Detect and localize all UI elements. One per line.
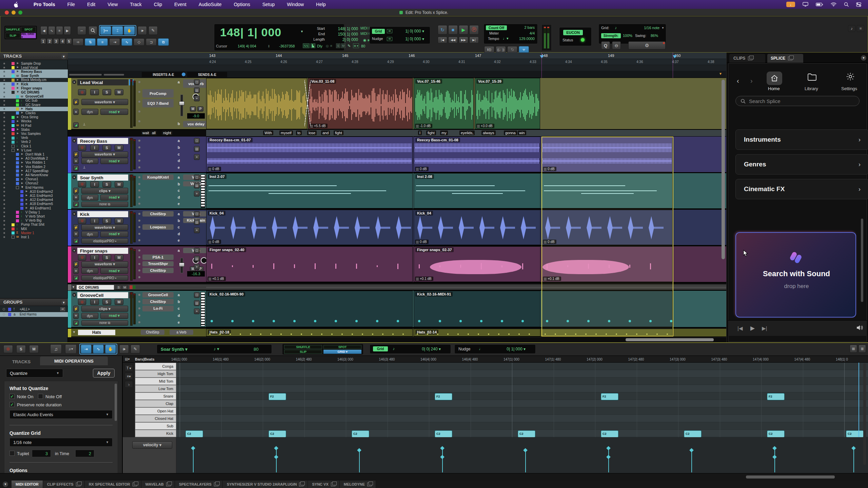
track-visibility-dot[interactable] (3, 166, 5, 168)
splice-settings-button[interactable] (846, 72, 855, 82)
bottom-tab-rx-spectral-editor[interactable]: RX SPECTRAL EDITOR (85, 481, 141, 488)
track-visibility-dot[interactable] (3, 83, 5, 85)
track-list-item[interactable]: ►Hats (0, 107, 68, 111)
insert-pill[interactable]: ProComp (142, 89, 174, 98)
insert-slot-dot[interactable] (138, 249, 140, 251)
folder-mute-button[interactable]: M (122, 285, 127, 290)
elastic-wave-chip-icon[interactable]: ∿∿ (303, 43, 310, 48)
bolt-icon[interactable]: ⚡ (73, 188, 79, 194)
lyric-token[interactable]: and (321, 130, 330, 135)
audio-clip[interactable] (206, 78, 307, 129)
track-visibility-dot[interactable] (3, 187, 5, 188)
track-view-selector[interactable]: clips ▾ (81, 306, 128, 312)
mute-button[interactable]: M (115, 299, 123, 305)
send-pill[interactable]: vox delay (183, 121, 209, 127)
track-collapse-chevron-icon[interactable]: ▼ (72, 293, 76, 297)
track-visibility-dot[interactable] (3, 121, 5, 122)
lyric-token[interactable]: all (151, 130, 157, 135)
input-monitor-button[interactable]: I (90, 218, 99, 224)
bottom-tab-spectralayers[interactable]: SPECTRALAYERS (175, 481, 223, 488)
input-monitor-button[interactable]: I (90, 181, 99, 187)
midi-shuffle-button[interactable]: SHUFFLE (284, 345, 322, 349)
insert-slot-dot[interactable] (138, 301, 140, 303)
midi-grabber-tool[interactable]: ✋ (105, 345, 116, 353)
splice-home-button[interactable] (767, 72, 782, 85)
zoom-waveform-icon[interactable]: ∿ (48, 26, 55, 35)
ramp-icon[interactable]: ◢ (73, 122, 79, 128)
track-list-item[interactable]: ►Voc Samples (0, 131, 68, 136)
quantize-operation-select[interactable]: Quantize▼ (6, 369, 63, 378)
midi-track-selector[interactable]: Soar Synth ▾ (161, 347, 188, 352)
track-view-selector[interactable]: waveform ▾ (81, 151, 128, 158)
menu-item-options[interactable]: Options (228, 2, 256, 7)
bottom-tab-sync-vx[interactable]: SYNC VX (308, 481, 339, 488)
track-visibility-dot[interactable] (3, 108, 5, 110)
track-name-pill[interactable]: Reecey Bass (77, 138, 128, 144)
add-icon[interactable]: + (194, 264, 200, 270)
bottom-tab-wavelab[interactable]: WAVELAB (141, 481, 175, 488)
track-visibility-dot[interactable] (3, 203, 5, 205)
track-view-selector[interactable]: waveform ▾ (81, 261, 128, 267)
sel-start-value[interactable]: 148| 1| 000 (326, 26, 358, 31)
insert-slot-dot[interactable] (138, 189, 140, 191)
playlist-icon[interactable]: ▤ (194, 146, 200, 152)
automation-mode-button[interactable]: read ▾ (100, 313, 128, 319)
elastic-plugin-button[interactable]: elastiquePRO ▪ (81, 238, 128, 244)
velocity-stem[interactable] (691, 450, 692, 472)
track-visibility-dot[interactable] (3, 158, 5, 160)
track-name-pill[interactable]: Lead Vocal (77, 79, 128, 85)
audio-clip[interactable]: Inst 2-07 (206, 173, 413, 208)
main-counter-value[interactable]: 148| 1| 000 (220, 26, 298, 39)
group-row[interactable]: !<ALL>az (0, 307, 68, 312)
scrub-tool-button[interactable]: 🕪 (138, 26, 147, 35)
insert-pill[interactable]: EQ3 7-Band (142, 99, 174, 107)
track-list-item[interactable]: ▼End Harrms (0, 185, 68, 190)
track-list-item[interactable]: ►Block Melody.cm (0, 78, 68, 82)
grid-note-value[interactable]: 1/16 note (630, 26, 659, 30)
selector-tool-button[interactable]: ⌶ (112, 26, 123, 35)
splice-panel-chevron-icon[interactable]: ▼ (861, 55, 866, 61)
menu-item-track[interactable]: Track (124, 2, 147, 7)
velocity-stem[interactable] (853, 448, 854, 472)
track-list-item[interactable]: ►Clacks (0, 111, 68, 115)
wifi-icon[interactable] (831, 2, 836, 6)
midi-solo-button[interactable]: S (16, 345, 26, 353)
velocity-diamond[interactable] (357, 448, 361, 452)
rewind-button[interactable]: ◀◀ (448, 37, 458, 43)
midi-note-grid[interactable]: C2C2C2C2C2C2C2C2C2F2F2F2F2 (176, 363, 868, 437)
track-list-item[interactable]: шInst 1 (0, 235, 68, 239)
splice-home-label[interactable]: Home (768, 86, 780, 91)
drum-lane-label-clap[interactable]: Clap (135, 400, 176, 407)
solo-chip[interactable]: S (336, 43, 340, 48)
grid-value-label[interactable]: Grid (372, 29, 385, 34)
menu-item-setup[interactable]: Setup (256, 2, 281, 7)
track-collapse-chevron-icon[interactable]: ▼ (73, 330, 76, 334)
window-icon[interactable]: ⊡ (194, 211, 200, 217)
track-list-item[interactable]: ►A9 EndHarm1 (0, 206, 68, 210)
search-icon[interactable] (844, 2, 849, 7)
midi-note-icon[interactable]: ♪ ▾ (214, 346, 219, 351)
midi-list-icon[interactable]: ≣ (859, 345, 866, 353)
track-lane-kick[interactable]: Kick_040 dBKick_040 dB0 dB (206, 210, 726, 246)
splice-library-button[interactable] (807, 73, 817, 82)
grid-chip-icon[interactable]: ‖‖ ▾ (353, 43, 359, 48)
group-row[interactable]: aEnd Harms (0, 312, 68, 317)
add-icon[interactable]: + (194, 96, 200, 101)
insert-slot-dot[interactable] (138, 166, 140, 168)
track-visibility-dot[interactable] (3, 129, 5, 130)
midi-nudge-value[interactable]: 0| 1| 000 ▾ (488, 347, 526, 351)
track-list-item[interactable]: ►Stabs (0, 127, 68, 132)
drum-lane-label-high-tom[interactable]: High Tom (135, 370, 176, 378)
dyn-button[interactable]: dyn (81, 109, 98, 115)
track-visibility-dot[interactable] (3, 236, 5, 238)
track-visibility-dot[interactable] (3, 216, 5, 217)
ramp-icon[interactable]: ◢ (73, 202, 79, 207)
track-list-item[interactable]: шHi Pad (0, 123, 68, 128)
midi-note-c2[interactable]: C2 (352, 430, 369, 438)
search-with-sound-dropzone[interactable]: Search with Sounddrop here (735, 232, 856, 318)
loop-playback-button[interactable]: ↻ (438, 25, 447, 35)
clip-gain-badge[interactable]: +5.5 dB (309, 124, 328, 128)
insert-slot-dot[interactable] (138, 140, 140, 142)
track-list-item[interactable]: шGrooveCell (0, 95, 68, 99)
velocity-diamond[interactable] (606, 455, 611, 459)
